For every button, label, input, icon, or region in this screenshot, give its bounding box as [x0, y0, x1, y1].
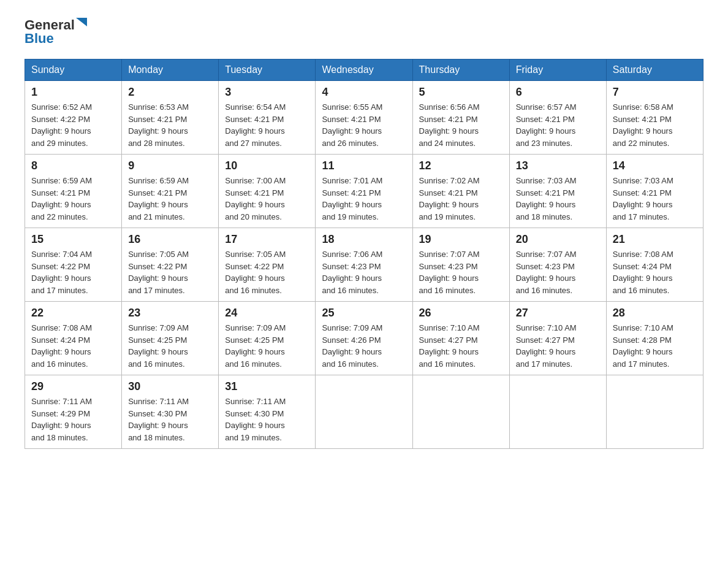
day-header-monday: Monday — [122, 59, 219, 81]
day-info: Sunrise: 6:56 AMSunset: 4:21 PMDaylight:… — [419, 101, 503, 149]
week-row-2: 8Sunrise: 6:59 AMSunset: 4:21 PMDaylight… — [25, 155, 703, 228]
day-number: 21 — [613, 233, 697, 246]
day-header-saturday: Saturday — [606, 59, 703, 81]
day-info: Sunrise: 7:09 AMSunset: 4:25 PMDaylight:… — [225, 322, 309, 370]
logo: General Blue — [25, 18, 87, 47]
week-row-1: 1Sunrise: 6:52 AMSunset: 4:22 PMDaylight… — [25, 81, 703, 155]
day-info: Sunrise: 6:58 AMSunset: 4:21 PMDaylight:… — [613, 101, 697, 149]
day-cell-11: 11Sunrise: 7:01 AMSunset: 4:21 PMDayligh… — [316, 155, 412, 228]
day-cell-16: 16Sunrise: 7:05 AMSunset: 4:22 PMDayligh… — [122, 228, 219, 302]
day-info: Sunrise: 7:01 AMSunset: 4:21 PMDaylight:… — [322, 175, 406, 223]
day-cell-15: 15Sunrise: 7:04 AMSunset: 4:22 PMDayligh… — [25, 228, 122, 302]
day-number: 1 — [31, 86, 115, 99]
empty-cell — [509, 375, 606, 449]
day-number: 7 — [613, 86, 697, 99]
day-cell-28: 28Sunrise: 7:10 AMSunset: 4:28 PMDayligh… — [606, 302, 703, 375]
day-number: 20 — [516, 233, 600, 246]
day-info: Sunrise: 7:06 AMSunset: 4:23 PMDaylight:… — [322, 248, 406, 296]
day-info: Sunrise: 7:10 AMSunset: 4:27 PMDaylight:… — [516, 322, 600, 370]
day-cell-4: 4Sunrise: 6:55 AMSunset: 4:21 PMDaylight… — [316, 81, 412, 155]
day-cell-1: 1Sunrise: 6:52 AMSunset: 4:22 PMDaylight… — [25, 81, 122, 155]
day-info: Sunrise: 7:10 AMSunset: 4:28 PMDaylight:… — [613, 322, 697, 370]
day-number: 2 — [128, 86, 212, 99]
day-info: Sunrise: 7:08 AMSunset: 4:24 PMDaylight:… — [613, 248, 697, 296]
day-info: Sunrise: 7:11 AMSunset: 4:29 PMDaylight:… — [31, 396, 115, 443]
day-cell-6: 6Sunrise: 6:57 AMSunset: 4:21 PMDaylight… — [509, 81, 606, 155]
day-cell-22: 22Sunrise: 7:08 AMSunset: 4:24 PMDayligh… — [25, 302, 122, 375]
day-cell-5: 5Sunrise: 6:56 AMSunset: 4:21 PMDaylight… — [412, 81, 509, 155]
day-info: Sunrise: 7:10 AMSunset: 4:27 PMDaylight:… — [419, 322, 503, 370]
day-info: Sunrise: 7:09 AMSunset: 4:25 PMDaylight:… — [128, 322, 212, 370]
page-header: General Blue — [25, 18, 703, 47]
day-number: 16 — [128, 233, 212, 246]
week-row-4: 22Sunrise: 7:08 AMSunset: 4:24 PMDayligh… — [25, 302, 703, 375]
day-cell-8: 8Sunrise: 6:59 AMSunset: 4:21 PMDaylight… — [25, 155, 122, 228]
day-number: 19 — [419, 233, 503, 246]
week-row-5: 29Sunrise: 7:11 AMSunset: 4:29 PMDayligh… — [25, 375, 703, 449]
empty-cell — [412, 375, 509, 449]
day-info: Sunrise: 6:59 AMSunset: 4:21 PMDaylight:… — [31, 175, 115, 223]
day-cell-13: 13Sunrise: 7:03 AMSunset: 4:21 PMDayligh… — [509, 155, 606, 228]
day-info: Sunrise: 7:03 AMSunset: 4:21 PMDaylight:… — [516, 175, 600, 223]
day-info: Sunrise: 6:52 AMSunset: 4:22 PMDaylight:… — [31, 101, 115, 149]
empty-cell — [606, 375, 703, 449]
day-number: 27 — [516, 307, 600, 320]
week-row-3: 15Sunrise: 7:04 AMSunset: 4:22 PMDayligh… — [25, 228, 703, 302]
day-info: Sunrise: 7:04 AMSunset: 4:22 PMDaylight:… — [31, 248, 115, 296]
day-cell-7: 7Sunrise: 6:58 AMSunset: 4:21 PMDaylight… — [606, 81, 703, 155]
day-cell-10: 10Sunrise: 7:00 AMSunset: 4:21 PMDayligh… — [219, 155, 316, 228]
day-number: 22 — [31, 307, 115, 320]
day-number: 8 — [31, 159, 115, 172]
day-cell-25: 25Sunrise: 7:09 AMSunset: 4:26 PMDayligh… — [316, 302, 412, 375]
svg-marker-0 — [76, 18, 87, 26]
day-info: Sunrise: 6:57 AMSunset: 4:21 PMDaylight:… — [516, 101, 600, 149]
day-cell-3: 3Sunrise: 6:54 AMSunset: 4:21 PMDaylight… — [219, 81, 316, 155]
day-info: Sunrise: 6:54 AMSunset: 4:21 PMDaylight:… — [225, 101, 309, 149]
day-number: 12 — [419, 159, 503, 172]
day-cell-18: 18Sunrise: 7:06 AMSunset: 4:23 PMDayligh… — [316, 228, 412, 302]
day-info: Sunrise: 7:03 AMSunset: 4:21 PMDaylight:… — [613, 175, 697, 223]
days-header-row: SundayMondayTuesdayWednesdayThursdayFrid… — [25, 59, 703, 81]
day-info: Sunrise: 7:11 AMSunset: 4:30 PMDaylight:… — [225, 396, 309, 443]
day-number: 25 — [322, 307, 406, 320]
day-cell-19: 19Sunrise: 7:07 AMSunset: 4:23 PMDayligh… — [412, 228, 509, 302]
logo-arrow-icon — [76, 18, 87, 30]
day-number: 18 — [322, 233, 406, 246]
logo-blue: Blue — [25, 31, 54, 47]
day-cell-14: 14Sunrise: 7:03 AMSunset: 4:21 PMDayligh… — [606, 155, 703, 228]
day-number: 9 — [128, 159, 212, 172]
day-cell-9: 9Sunrise: 6:59 AMSunset: 4:21 PMDaylight… — [122, 155, 219, 228]
day-info: Sunrise: 7:00 AMSunset: 4:21 PMDaylight:… — [225, 175, 309, 223]
day-cell-30: 30Sunrise: 7:11 AMSunset: 4:30 PMDayligh… — [122, 375, 219, 449]
day-info: Sunrise: 6:55 AMSunset: 4:21 PMDaylight:… — [322, 101, 406, 149]
day-number: 30 — [128, 380, 212, 393]
day-info: Sunrise: 7:07 AMSunset: 4:23 PMDaylight:… — [516, 248, 600, 296]
day-cell-12: 12Sunrise: 7:02 AMSunset: 4:21 PMDayligh… — [412, 155, 509, 228]
day-number: 23 — [128, 307, 212, 320]
day-info: Sunrise: 7:05 AMSunset: 4:22 PMDaylight:… — [225, 248, 309, 296]
day-info: Sunrise: 7:02 AMSunset: 4:21 PMDaylight:… — [419, 175, 503, 223]
day-header-thursday: Thursday — [412, 59, 509, 81]
day-number: 17 — [225, 233, 309, 246]
day-header-sunday: Sunday — [25, 59, 122, 81]
day-number: 15 — [31, 233, 115, 246]
day-header-friday: Friday — [509, 59, 606, 81]
day-info: Sunrise: 7:09 AMSunset: 4:26 PMDaylight:… — [322, 322, 406, 370]
day-cell-2: 2Sunrise: 6:53 AMSunset: 4:21 PMDaylight… — [122, 81, 219, 155]
day-number: 3 — [225, 86, 309, 99]
day-cell-29: 29Sunrise: 7:11 AMSunset: 4:29 PMDayligh… — [25, 375, 122, 449]
day-cell-21: 21Sunrise: 7:08 AMSunset: 4:24 PMDayligh… — [606, 228, 703, 302]
day-number: 6 — [516, 86, 600, 99]
empty-cell — [316, 375, 412, 449]
day-number: 10 — [225, 159, 309, 172]
day-info: Sunrise: 7:07 AMSunset: 4:23 PMDaylight:… — [419, 248, 503, 296]
day-number: 28 — [613, 307, 697, 320]
day-number: 5 — [419, 86, 503, 99]
logo-general: General — [25, 18, 75, 32]
day-cell-27: 27Sunrise: 7:10 AMSunset: 4:27 PMDayligh… — [509, 302, 606, 375]
day-info: Sunrise: 7:05 AMSunset: 4:22 PMDaylight:… — [128, 248, 212, 296]
day-number: 24 — [225, 307, 309, 320]
day-cell-23: 23Sunrise: 7:09 AMSunset: 4:25 PMDayligh… — [122, 302, 219, 375]
day-number: 11 — [322, 159, 406, 172]
day-number: 29 — [31, 380, 115, 393]
